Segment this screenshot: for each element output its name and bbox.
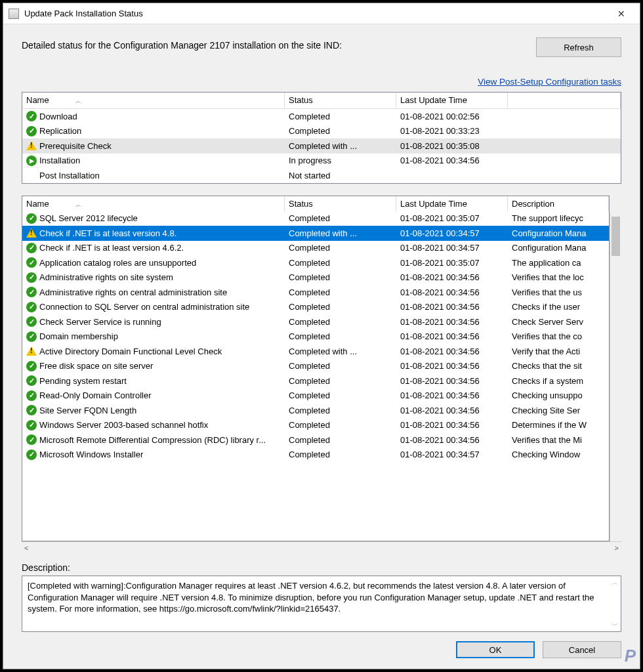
row-name: Post Installation	[39, 171, 100, 180]
table-row[interactable]: Check Server Service is runningCompleted…	[22, 314, 609, 329]
row-time: 01-08-2021 00:34:56	[396, 344, 508, 359]
row-status: Completed	[285, 299, 396, 314]
scroll-up-icon[interactable]: ︿	[612, 578, 618, 587]
vertical-scrollbar[interactable]	[610, 211, 621, 542]
scroll-right-icon[interactable]: >	[615, 544, 619, 552]
row-time: 01-08-2021 00:34:57	[396, 240, 508, 255]
table-row[interactable]: InstallationIn progress01-08-2021 00:34:…	[22, 154, 621, 169]
row-name: Installation	[39, 156, 80, 165]
table-row[interactable]: Administrative rights on central adminis…	[22, 285, 609, 300]
table-row[interactable]: Windows Server 2003-based schannel hotfi…	[22, 418, 609, 433]
success-icon	[26, 243, 37, 253]
row-description: Checking Site Ser	[508, 403, 609, 418]
success-icon	[26, 126, 37, 136]
row-time: 01-08-2021 00:35:07	[396, 211, 508, 226]
table-row[interactable]: Microsoft Remote Differential Compressio…	[22, 432, 609, 448]
phases-grid[interactable]: Name︿ Status Last Update Time DownloadCo…	[22, 92, 621, 184]
table-row[interactable]: Check if .NET is at least version 4.8.Co…	[22, 226, 609, 241]
row-description: Verifies that the loc	[508, 270, 609, 285]
row-name: Replication	[39, 126, 81, 136]
table-row[interactable]: Application catalog roles are unsupporte…	[22, 255, 609, 270]
row-time	[396, 173, 508, 178]
col-name[interactable]: Name︿	[22, 93, 285, 108]
row-status: Completed	[285, 432, 396, 448]
scroll-down-icon[interactable]: ﹀	[612, 621, 618, 630]
row-description: Checks that the sit	[508, 358, 609, 373]
col-name[interactable]: Name︿	[22, 196, 285, 211]
watermark: P	[625, 646, 636, 666]
table-row[interactable]: Administrative rights on site systemComp…	[22, 270, 609, 285]
row-name: Check if .NET is at least version 4.8.	[39, 228, 176, 238]
table-row[interactable]: Pending system restartCompleted01-08-202…	[22, 373, 609, 388]
success-icon	[26, 434, 37, 445]
row-time: 01-08-2021 00:34:56	[396, 432, 508, 448]
table-row[interactable]: Post InstallationNot started	[22, 168, 621, 183]
row-time: 01-08-2021 00:34:56	[396, 270, 508, 285]
table-row[interactable]: Free disk space on site serverCompleted0…	[22, 359, 609, 374]
col-description[interactable]: Description	[508, 196, 609, 211]
table-row[interactable]: Microsoft Windows InstallerCompleted01-0…	[22, 448, 609, 463]
description-box[interactable]: [Completed with warning]:Configuration M…	[22, 576, 621, 632]
row-time: 01-08-2021 00:34:56	[396, 285, 508, 300]
row-description: The support lifecyc	[508, 211, 609, 226]
row-time: 01-08-2021 00:34:56	[396, 388, 508, 403]
close-button[interactable]: ✕	[608, 5, 634, 23]
row-status: Completed	[285, 358, 396, 373]
success-icon	[26, 213, 37, 224]
row-status: Completed	[285, 255, 396, 270]
scrollbar-thumb[interactable]	[612, 217, 620, 256]
table-row[interactable]: SQL Server 2012 lifecycleCompleted01-08-…	[22, 211, 609, 226]
table-row[interactable]: Active Directory Domain Functional Level…	[22, 344, 609, 359]
row-status: Completed	[285, 285, 396, 300]
row-status: Completed with ...	[285, 138, 396, 154]
row-status: Completed	[285, 211, 396, 226]
row-description: Configuration Mana	[508, 240, 609, 255]
row-name: Prerequisite Check	[39, 141, 112, 151]
row-name: Administrative rights on site system	[39, 272, 173, 282]
row-status: Completed	[285, 240, 396, 255]
table-row[interactable]: Read-Only Domain ControllerCompleted01-0…	[22, 388, 609, 404]
refresh-button[interactable]: Refresh	[536, 37, 621, 57]
table-row[interactable]: DownloadCompleted01-08-2021 00:02:56	[22, 109, 621, 124]
row-description: Determines if the W	[508, 417, 609, 432]
row-name: Domain membership	[39, 331, 118, 341]
row-status: Completed	[285, 417, 396, 432]
table-row[interactable]: Check if .NET is at least version 4.6.2.…	[22, 241, 609, 256]
phases-grid-header: Name︿ Status Last Update Time	[22, 93, 621, 109]
row-description: Verifies that the us	[508, 285, 609, 300]
col-status[interactable]: Status	[285, 93, 396, 108]
row-name: Free disk space on site server	[39, 361, 153, 371]
col-status[interactable]: Status	[285, 196, 396, 211]
app-icon	[9, 9, 19, 19]
checks-grid-body[interactable]: SQL Server 2012 lifecycleCompleted01-08-…	[22, 211, 610, 542]
row-status: Completed with ...	[285, 226, 396, 241]
warning-icon	[26, 141, 37, 150]
success-icon	[26, 405, 37, 415]
cancel-button[interactable]: Cancel	[543, 641, 621, 658]
table-row[interactable]: Connection to SQL Server on central admi…	[22, 300, 609, 315]
ok-button[interactable]: OK	[456, 641, 535, 658]
table-row[interactable]: ReplicationCompleted01-08-2021 00:33:23	[22, 124, 621, 139]
row-status: Completed	[285, 270, 396, 285]
row-name: Pending system restart	[39, 376, 127, 386]
table-row[interactable]: Domain membershipCompleted01-08-2021 00:…	[22, 329, 609, 345]
table-row[interactable]: Prerequisite CheckCompleted with ...01-0…	[22, 138, 621, 154]
row-status: Completed	[285, 314, 396, 329]
warning-icon	[26, 228, 37, 238]
sort-indicator-icon: ︿	[75, 201, 81, 208]
horizontal-scrollbar[interactable]: < >	[22, 541, 621, 553]
row-description: Checks if a system	[508, 373, 609, 388]
checks-grid-wrap: Name︿ Status Last Update Time Descriptio…	[22, 196, 621, 554]
success-icon	[26, 331, 37, 342]
description-scrollbar[interactable]: ︿ ﹀	[609, 576, 621, 631]
row-time: 01-08-2021 00:34:56	[396, 299, 508, 314]
description-text: [Completed with warning]:Configuration M…	[28, 580, 615, 615]
row-description: Checks if the user	[508, 299, 609, 314]
col-time[interactable]: Last Update Time	[396, 93, 508, 108]
scroll-left-icon[interactable]: <	[24, 544, 28, 552]
button-row: OK Cancel	[22, 632, 621, 662]
row-description: Verify that the Acti	[508, 344, 609, 359]
table-row[interactable]: Site Server FQDN LengthCompleted01-08-20…	[22, 403, 609, 418]
post-setup-link[interactable]: View Post-Setup Configuration tasks	[478, 77, 621, 87]
col-time[interactable]: Last Update Time	[396, 196, 508, 211]
